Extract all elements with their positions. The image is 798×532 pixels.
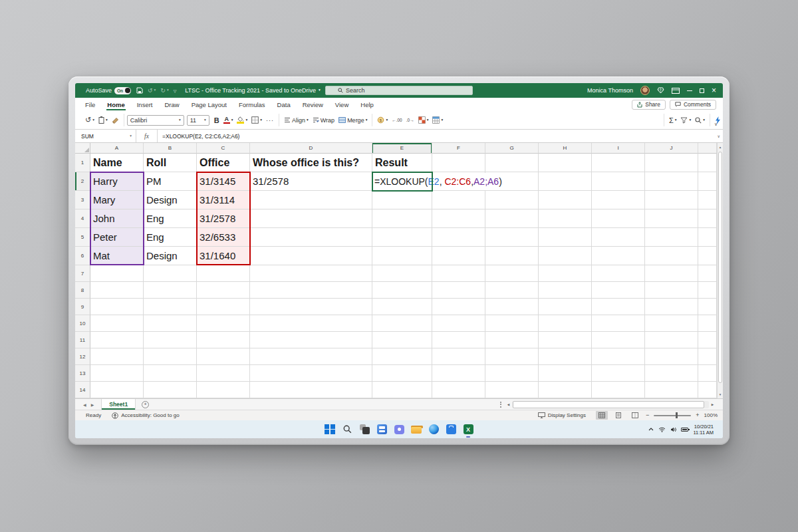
cell-B5[interactable]: Eng <box>144 228 197 247</box>
cell-J2[interactable] <box>645 172 698 191</box>
cell-I5[interactable] <box>592 228 645 247</box>
zoom-level[interactable]: 100% <box>704 412 718 418</box>
cell-B12[interactable] <box>144 348 197 365</box>
tab-help[interactable]: Help <box>354 98 380 111</box>
cell-A11[interactable] <box>90 332 144 348</box>
column-header-D[interactable]: D <box>250 143 372 154</box>
cell-F13[interactable] <box>432 365 485 382</box>
cell-D13[interactable] <box>250 365 372 382</box>
cell-J7[interactable] <box>645 265 698 282</box>
wifi-icon[interactable] <box>658 427 666 432</box>
cell-F9[interactable] <box>432 299 485 315</box>
document-title[interactable]: LTSC - Office Tracking 2021 - Saved to O… <box>185 87 316 94</box>
formula-bar-expand-icon[interactable]: ∨ <box>718 134 720 138</box>
find-select-button[interactable]: ▾ <box>693 114 707 127</box>
row-header-11[interactable]: 11 <box>75 332 90 348</box>
tab-draw[interactable]: Draw <box>158 98 185 111</box>
cell-E11[interactable] <box>372 332 432 348</box>
cell-E9[interactable] <box>372 299 432 315</box>
cell-B8[interactable] <box>144 282 197 299</box>
cell-J4[interactable] <box>645 209 698 228</box>
row-header-9[interactable]: 9 <box>75 299 90 315</box>
scroll-down-icon[interactable]: ▼ <box>718 390 723 398</box>
cell-J3[interactable] <box>645 191 698 209</box>
font-name-select[interactable]: Calibri▾ <box>127 115 184 126</box>
cell-partial[interactable] <box>698 247 717 265</box>
cell-J5[interactable] <box>645 228 698 247</box>
task-view-button[interactable] <box>359 424 370 435</box>
cell-F10[interactable] <box>432 315 485 332</box>
cell-J8[interactable] <box>645 282 698 299</box>
tab-data[interactable]: Data <box>271 98 297 111</box>
cell-E7[interactable] <box>372 265 432 282</box>
cell-B13[interactable] <box>144 365 197 382</box>
cell-I3[interactable] <box>592 191 645 209</box>
paste-button[interactable]: ▾ <box>96 114 110 127</box>
row-header-8[interactable]: 8 <box>75 282 90 299</box>
cell-F14[interactable] <box>432 382 485 398</box>
tab-home[interactable]: Home <box>101 98 130 111</box>
more-font-options-button[interactable]: ··· <box>264 114 276 127</box>
cell-E14[interactable] <box>372 382 432 398</box>
cell-partial[interactable] <box>698 228 717 247</box>
cell-C12[interactable] <box>197 348 250 365</box>
horizontal-scroll-thumb[interactable] <box>513 401 704 408</box>
cell-C6[interactable]: 31/1640 <box>197 247 250 265</box>
cell-H3[interactable] <box>539 191 592 209</box>
cell-D6[interactable] <box>250 247 372 265</box>
cell-A9[interactable] <box>90 299 144 315</box>
cell-G5[interactable] <box>485 228 539 247</box>
cell-I11[interactable] <box>592 332 645 348</box>
cell-F7[interactable] <box>432 265 485 282</box>
cell-E1[interactable]: Result <box>372 154 432 172</box>
close-icon[interactable]: × <box>712 86 716 94</box>
cell-B6[interactable]: Design <box>144 247 197 265</box>
cell-J12[interactable] <box>645 348 698 365</box>
cell-H14[interactable] <box>539 382 592 398</box>
row-header-10[interactable]: 10 <box>75 315 90 332</box>
cell-C14[interactable] <box>197 382 250 398</box>
cell-J11[interactable] <box>645 332 698 348</box>
title-chevron-icon[interactable]: ▾ <box>319 88 321 92</box>
user-name[interactable]: Monica Thomson <box>587 87 633 94</box>
cell-partial[interactable] <box>698 365 717 382</box>
cell-A13[interactable] <box>90 365 144 382</box>
increase-decimal-button[interactable]: ←.00 <box>390 114 404 127</box>
taskbar-search-button[interactable] <box>342 424 353 435</box>
cell-C13[interactable] <box>197 365 250 382</box>
cell-F8[interactable] <box>432 282 485 299</box>
cell-D11[interactable] <box>250 332 372 348</box>
row-header-5[interactable]: 5 <box>75 228 90 247</box>
clock[interactable]: 10/20/21 11:11 AM <box>693 424 714 436</box>
cell-G12[interactable] <box>485 348 539 365</box>
column-header-partial[interactable] <box>698 143 717 154</box>
column-header-I[interactable]: I <box>592 143 645 154</box>
cell-G6[interactable] <box>485 247 539 265</box>
tab-insert[interactable]: Insert <box>131 98 159 111</box>
borders-button[interactable]: ▾ <box>249 114 264 127</box>
cell-E2-formula-text[interactable]: =XLOOKUP(E2, C2:C6,A2;A6) <box>374 173 505 190</box>
cell-B11[interactable] <box>144 332 197 348</box>
cell-G14[interactable] <box>485 382 539 398</box>
cell-A10[interactable] <box>90 315 144 332</box>
cell-G13[interactable] <box>485 365 539 382</box>
page-break-preview-button[interactable] <box>629 411 641 420</box>
cell-D12[interactable] <box>250 348 372 365</box>
zoom-out-button[interactable]: − <box>646 412 649 418</box>
row-header-13[interactable]: 13 <box>75 365 90 382</box>
zoom-slider[interactable] <box>654 415 691 416</box>
cell-A7[interactable] <box>90 265 144 282</box>
cell-partial[interactable] <box>698 265 717 282</box>
tab-page-layout[interactable]: Page Layout <box>186 98 233 111</box>
wrap-text-button[interactable]: Wrap <box>311 114 336 127</box>
scroll-left-icon[interactable]: ◀ <box>505 400 512 409</box>
cell-A6[interactable]: Mat <box>90 247 144 265</box>
format-as-table-button[interactable]: ▾ <box>430 114 445 127</box>
align-button[interactable]: Align▾ <box>282 114 311 127</box>
cell-C1[interactable]: Office <box>197 154 250 172</box>
cell-C9[interactable] <box>197 299 250 315</box>
cell-I1[interactable] <box>592 154 645 172</box>
vertical-scrollbar[interactable]: ▲ ▼ <box>717 143 723 398</box>
cell-F1[interactable] <box>432 154 485 172</box>
cell-J6[interactable] <box>645 247 698 265</box>
